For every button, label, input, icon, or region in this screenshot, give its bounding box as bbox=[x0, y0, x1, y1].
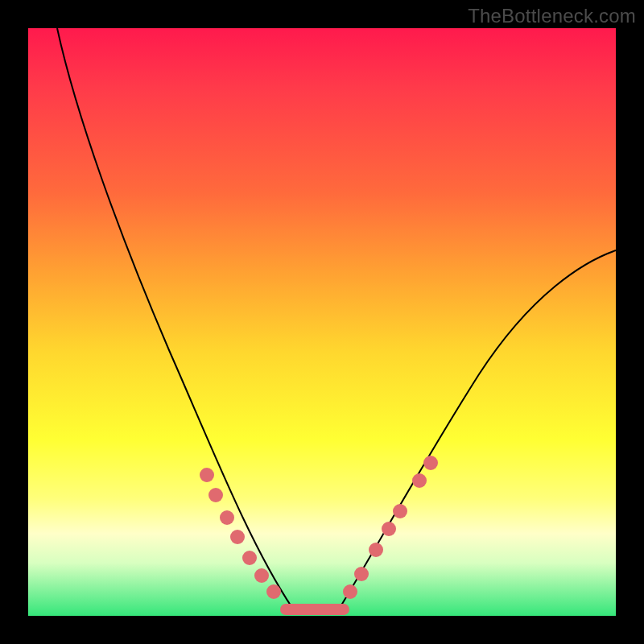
marker-dot bbox=[343, 584, 357, 599]
marker-dot bbox=[412, 473, 427, 488]
marker-dot bbox=[266, 584, 281, 599]
chart-frame: TheBottleneck.com bbox=[0, 0, 644, 644]
watermark-text: TheBottleneck.com bbox=[468, 5, 636, 27]
marker-dot bbox=[254, 568, 269, 583]
right-markers bbox=[343, 456, 438, 599]
marker-dot bbox=[423, 456, 438, 470]
marker-dot bbox=[220, 510, 234, 525]
left-markers bbox=[200, 468, 281, 599]
marker-dot bbox=[354, 567, 369, 581]
marker-dot bbox=[200, 468, 214, 482]
chart-svg bbox=[28, 28, 616, 616]
marker-dot bbox=[242, 551, 257, 565]
marker-dot bbox=[382, 522, 396, 536]
marker-dot bbox=[208, 488, 223, 502]
marker-dot bbox=[369, 543, 383, 557]
plot-area bbox=[28, 28, 616, 616]
marker-dot bbox=[230, 530, 245, 544]
left-curve bbox=[57, 28, 292, 608]
marker-dot bbox=[393, 504, 407, 518]
